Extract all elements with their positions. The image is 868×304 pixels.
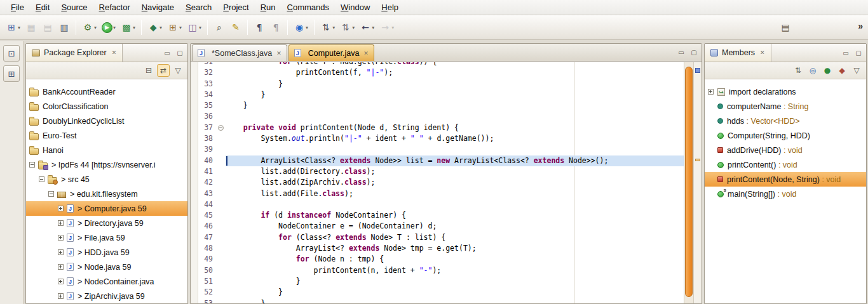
code-line[interactable]: 37 private void printContent(Node d, Str… (198, 122, 684, 133)
project-euro-test[interactable]: Euro-Test (26, 128, 187, 143)
save-all-button[interactable]: ▤ (40, 19, 55, 36)
code-area[interactable]: 31 for (File f : hdd.get(File.class)) { … (198, 62, 684, 303)
code-line[interactable]: 32 printContent(f, "|-"); (198, 67, 684, 78)
editor-vertical-scrollbar[interactable] (684, 62, 693, 303)
file-computer-java[interactable]: > Computer.java 59 (26, 201, 187, 216)
minimized-view-button-1[interactable]: ⊡ (3, 45, 20, 62)
members-view-menu-button[interactable]: ▽ (850, 64, 863, 77)
menu-source[interactable]: Source (55, 1, 93, 14)
dropdown-arrow-icon[interactable]: ▾ (179, 25, 182, 30)
dropdown-arrow-icon[interactable]: ▾ (352, 25, 355, 30)
menu-window[interactable]: Window (335, 1, 376, 14)
collapse-all-button[interactable]: ⊟ (142, 64, 155, 77)
expander-icon[interactable] (48, 191, 54, 197)
project-bankaccountreader[interactable]: BankAccountReader (26, 84, 187, 99)
code-line[interactable]: 35 } (198, 100, 684, 111)
save-button[interactable]: ▦ (24, 19, 39, 36)
sort-button-1[interactable]: ⇅ ▾ (318, 19, 337, 36)
sort-button[interactable]: ⇅ (792, 64, 804, 77)
code-line[interactable]: 36 (198, 111, 684, 122)
code-line[interactable]: 39 (198, 144, 684, 155)
code-line[interactable]: 46 NodeContainer e = (NodeContainer) d; (198, 221, 684, 232)
scrollbar-thumb[interactable] (685, 67, 693, 297)
overview-cursor-mark[interactable] (695, 68, 700, 73)
code-line[interactable]: 45 if (d instanceof NodeContainer) { (198, 210, 684, 221)
expander-icon[interactable] (58, 293, 64, 299)
close-tab-icon[interactable]: ✕ (276, 50, 281, 56)
code-line[interactable]: 50 printContent(n, ident + "-"); (198, 265, 684, 276)
expander-icon[interactable] (708, 89, 714, 95)
code-line[interactable]: 41 list.add(Directory.class); (198, 166, 684, 177)
code-line[interactable]: 51 } (198, 276, 684, 287)
coverage-button[interactable]: ▩ ▾ (119, 19, 137, 36)
member-adddrive[interactable]: addDrive(HDD) : void (705, 143, 866, 157)
minimized-view-button-2[interactable]: ⊞ (3, 65, 20, 82)
code-line[interactable]: 49 for (Node n : tmp) { (198, 254, 684, 265)
print-button[interactable]: ▥ (57, 19, 72, 36)
menu-navigate[interactable]: Navigate (136, 1, 180, 14)
code-line[interactable]: 34 } (198, 89, 684, 100)
new-class-button[interactable]: ◆ ▾ (146, 19, 164, 36)
member-import-declarations[interactable]: import declarations (705, 84, 866, 99)
members-tab[interactable]: Members ✕ (705, 44, 771, 62)
toolbar-separator[interactable] (207, 20, 208, 35)
code-line[interactable]: 53 } (198, 298, 684, 303)
code-line[interactable]: 43 list.add(File.class); (198, 188, 684, 199)
close-view-icon[interactable]: ✕ (760, 50, 765, 56)
pin-editor-button[interactable]: ▤ (778, 19, 793, 36)
tab-computer-java[interactable]: Computer.java ✕ (288, 44, 374, 61)
minimize-view-button[interactable]: ▭ (840, 47, 851, 58)
package-explorer-tab[interactable]: Package Explorer ✕ (26, 44, 123, 62)
project-colorclassification[interactable]: ColorClassification (26, 99, 187, 114)
expander-icon[interactable] (58, 249, 64, 255)
menu-refactor[interactable]: Refactor (93, 1, 136, 14)
dropdown-arrow-icon[interactable]: ▾ (306, 25, 308, 30)
expander-icon[interactable] (58, 206, 64, 211)
menu-help[interactable]: Help (376, 1, 404, 14)
overview-occurrence-mark[interactable] (695, 159, 700, 161)
code-line[interactable]: 38 System.out.println("|-" + ident + " "… (198, 133, 684, 144)
dropdown-arrow-icon[interactable]: ▾ (113, 25, 116, 30)
toolbar-separator[interactable] (287, 20, 288, 35)
close-view-icon[interactable]: ✕ (112, 50, 117, 56)
project-ipdfs[interactable]: > IpdFs 44 [https://svnserver.i (26, 157, 187, 172)
expander-icon[interactable] (29, 162, 35, 168)
menu-edit[interactable]: Edit (30, 1, 55, 14)
toolbar-spacer[interactable] (397, 19, 776, 36)
expander-icon[interactable] (58, 220, 64, 226)
dropdown-arrow-icon[interactable]: ▾ (18, 25, 20, 30)
code-line[interactable]: 47 for (Class<? extends Node> T : list) … (198, 232, 684, 243)
show-whitespace-button[interactable]: ¶ (252, 19, 267, 36)
new-package-button[interactable]: ⊞ ▾ (165, 19, 184, 36)
member-computername[interactable]: computerName : String (705, 99, 866, 114)
expander-icon[interactable] (58, 235, 64, 241)
new-wizard-button[interactable]: ⊞ ▾ (4, 19, 22, 36)
forward-button[interactable]: → ▾ (377, 19, 396, 36)
link-with-editor-button[interactable]: ⇄ (157, 64, 170, 77)
dropdown-arrow-icon[interactable]: ▾ (199, 25, 201, 30)
menu-file[interactable]: File (5, 1, 30, 14)
hide-fields-button[interactable]: ◎ (806, 64, 819, 77)
dropdown-arrow-icon[interactable]: ▾ (332, 25, 335, 30)
code-line[interactable]: 42 list.add(ZipArchiv.class); (198, 177, 684, 188)
maximize-editor-button[interactable]: ▢ (688, 47, 700, 58)
debug-button[interactable]: ⚙ ▾ (80, 19, 98, 36)
hide-static-button[interactable]: ● (821, 64, 834, 77)
toolbar-separator[interactable] (76, 20, 76, 35)
toolbar-overflow-chevron[interactable]: » (858, 21, 863, 31)
code-line[interactable]: 48 ArrayList<? extends Node> tmp = e.get… (198, 243, 684, 254)
project-hanoi[interactable]: Hanoi (26, 143, 187, 157)
maximize-view-button[interactable]: ▢ (853, 47, 864, 58)
toolbar-separator[interactable] (141, 20, 142, 35)
member-constructor-computer[interactable]: Computer(String, HDD) (705, 128, 866, 143)
folder-src[interactable]: > src 45 (26, 172, 187, 187)
code-line[interactable]: 31 for (File f : hdd.get(File.class)) { (198, 62, 684, 67)
file-node-java[interactable]: > Node.java 59 (26, 260, 187, 274)
menu-commands[interactable]: Commands (281, 1, 335, 14)
tab-someclass-java[interactable]: *SomeClass.java ✕ (192, 44, 287, 61)
expander-icon[interactable] (58, 264, 64, 270)
expander-icon[interactable] (58, 279, 64, 284)
code-line[interactable]: 40 ArrayList<Class<? extends Node>> list… (198, 155, 684, 166)
dropdown-arrow-icon[interactable]: ▾ (133, 25, 135, 30)
dropdown-arrow-icon[interactable]: ▾ (391, 25, 394, 30)
